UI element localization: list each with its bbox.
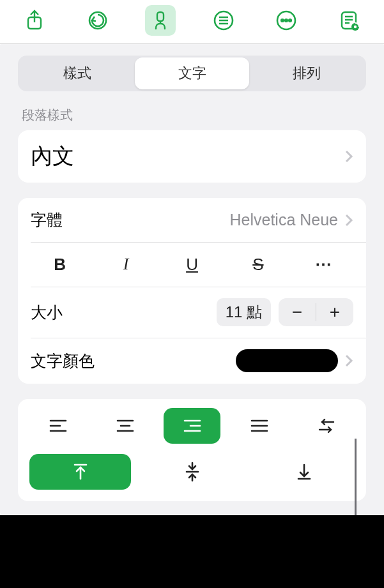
paragraph-style-label: 段落樣式 bbox=[22, 107, 362, 124]
align-center-button[interactable] bbox=[96, 408, 153, 444]
align-left-button[interactable] bbox=[29, 408, 86, 444]
italic-button[interactable]: I bbox=[93, 248, 158, 280]
font-row[interactable]: 字體 Helvetica Neue bbox=[18, 198, 366, 242]
tab-text[interactable]: 文字 bbox=[135, 57, 250, 89]
tab-style[interactable]: 樣式 bbox=[20, 57, 135, 89]
size-row: 大小 11 點 − + bbox=[18, 287, 366, 338]
more-button[interactable] bbox=[271, 5, 302, 36]
align-justify-button[interactable] bbox=[231, 408, 288, 444]
svg-point-6 bbox=[286, 19, 288, 22]
vertical-align-middle-button[interactable] bbox=[141, 454, 243, 490]
chevron-right-icon bbox=[344, 354, 353, 368]
font-label: 字體 bbox=[31, 209, 63, 230]
tab-arrange[interactable]: 排列 bbox=[249, 57, 364, 89]
strikethrough-button[interactable]: S bbox=[225, 248, 291, 280]
list-menu-button[interactable] bbox=[208, 5, 239, 36]
font-value: Helvetica Neue bbox=[229, 211, 338, 229]
svg-point-7 bbox=[289, 19, 292, 22]
text-color-label: 文字顏色 bbox=[31, 351, 95, 372]
size-label: 大小 bbox=[31, 302, 63, 323]
text-direction-button[interactable] bbox=[298, 408, 355, 444]
text-color-swatch bbox=[236, 349, 338, 372]
chevron-right-icon bbox=[344, 149, 353, 163]
format-button[interactable] bbox=[145, 5, 176, 36]
vertical-align-bottom-button[interactable] bbox=[253, 454, 355, 490]
paragraph-style-value: 內文 bbox=[31, 142, 74, 171]
svg-rect-2 bbox=[157, 12, 164, 21]
text-color-row[interactable]: 文字顏色 bbox=[18, 338, 366, 384]
undo-button[interactable] bbox=[82, 5, 113, 36]
size-increase-button[interactable]: + bbox=[316, 298, 353, 326]
size-value[interactable]: 11 點 bbox=[217, 298, 271, 326]
bold-button[interactable]: B bbox=[27, 248, 93, 280]
format-panel: 樣式 文字 排列 段落樣式 內文 字體 Helvetica Neue B I U… bbox=[0, 44, 384, 514]
more-style-button[interactable]: ⋯ bbox=[291, 248, 357, 280]
share-button[interactable] bbox=[19, 5, 50, 36]
vertical-align-top-button[interactable] bbox=[29, 454, 131, 490]
font-card: 字體 Helvetica Neue B I U S ⋯ 大小 11 點 − + … bbox=[18, 198, 366, 384]
svg-point-5 bbox=[282, 19, 284, 22]
text-style-buttons: B I U S ⋯ bbox=[18, 242, 366, 287]
size-decrease-button[interactable]: − bbox=[279, 298, 316, 326]
toolbar bbox=[0, 0, 384, 43]
paragraph-style-row[interactable]: 內文 bbox=[18, 130, 366, 183]
alignment-card bbox=[18, 399, 366, 501]
bottom-bar bbox=[0, 515, 384, 588]
chevron-right-icon bbox=[344, 213, 353, 227]
size-stepper: − + bbox=[279, 298, 353, 326]
underline-button[interactable]: U bbox=[159, 248, 225, 280]
format-tabs: 樣式 文字 排列 bbox=[18, 56, 366, 91]
paragraph-style-card: 內文 bbox=[18, 130, 366, 183]
align-right-button[interactable] bbox=[164, 408, 220, 444]
presenter-button[interactable] bbox=[334, 5, 365, 36]
svg-point-10 bbox=[354, 26, 357, 28]
